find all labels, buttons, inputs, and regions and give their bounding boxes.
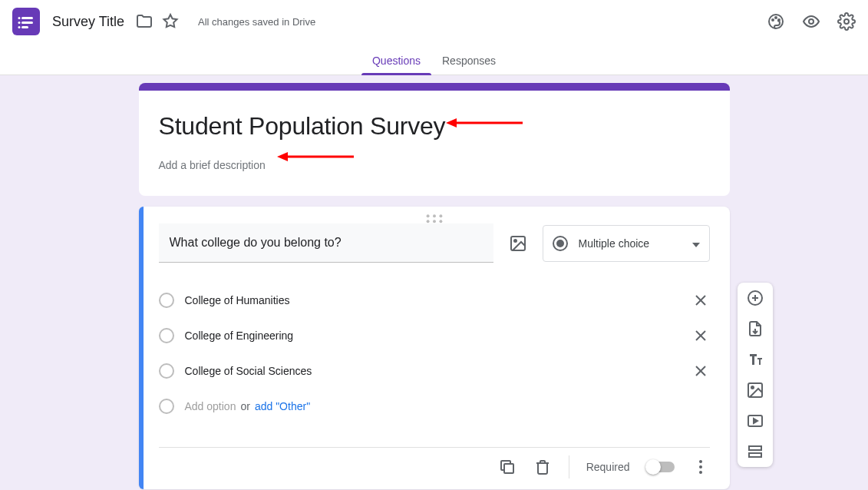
divider [569, 455, 569, 478]
more-options-icon[interactable] [691, 458, 710, 476]
add-section-icon[interactable] [746, 442, 764, 461]
annotation-arrow-icon [277, 149, 354, 164]
add-option-row: Add option or add "Other" [159, 389, 710, 424]
or-label: or [236, 400, 254, 412]
svg-point-19 [426, 220, 429, 223]
svg-point-17 [433, 214, 436, 217]
drag-handle-icon[interactable] [139, 207, 730, 223]
form-header-card[interactable]: Student Population Survey Add a brief de… [139, 83, 730, 196]
option-label[interactable]: College of Humanities [185, 294, 691, 306]
radio-icon [553, 236, 568, 251]
add-question-icon[interactable] [746, 289, 764, 307]
question-type-dropdown[interactable]: Multiple choice [543, 225, 710, 262]
svg-point-20 [433, 220, 436, 223]
svg-point-7 [772, 19, 774, 21]
svg-point-11 [844, 19, 849, 24]
option-row[interactable]: College of Engineering [159, 318, 710, 353]
required-toggle[interactable] [647, 462, 675, 472]
svg-point-10 [809, 19, 814, 24]
radio-icon [159, 293, 174, 308]
add-image-icon[interactable] [509, 234, 527, 253]
radio-icon [159, 399, 174, 414]
workspace: Student Population Survey Add a brief de… [0, 75, 868, 490]
svg-point-38 [751, 386, 754, 389]
add-title-icon[interactable] [746, 350, 764, 369]
svg-rect-30 [504, 464, 513, 473]
svg-rect-2 [21, 26, 28, 28]
remove-option-icon[interactable] [691, 291, 710, 310]
form-title[interactable]: Student Population Survey [159, 112, 710, 141]
svg-point-31 [699, 460, 702, 463]
svg-point-33 [699, 471, 702, 474]
forms-logo-icon [12, 8, 40, 35]
caret-down-icon [692, 237, 700, 250]
duplicate-icon[interactable] [498, 458, 517, 476]
option-label[interactable]: College of Social Sciences [185, 365, 691, 377]
question-card[interactable]: Multiple choice College of Humanities [139, 207, 730, 489]
settings-gear-icon[interactable] [837, 12, 856, 31]
svg-point-3 [18, 17, 21, 19]
svg-point-8 [775, 17, 777, 18]
radio-icon [159, 328, 174, 343]
tab-questions[interactable]: Questions [361, 55, 431, 74]
svg-point-4 [18, 22, 21, 24]
tab-bar: Questions Responses [0, 43, 868, 75]
svg-marker-13 [446, 118, 457, 127]
form-description[interactable]: Add a brief description [159, 159, 710, 171]
svg-rect-1 [21, 22, 33, 24]
tab-responses[interactable]: Responses [431, 55, 507, 74]
add-other-button[interactable]: add "Other" [255, 400, 310, 412]
question-footer: Required [159, 447, 710, 489]
svg-point-18 [439, 214, 442, 217]
add-video-icon[interactable] [746, 412, 764, 430]
document-title[interactable]: Survey Title [52, 14, 124, 30]
required-label: Required [586, 461, 630, 473]
side-toolbar [738, 283, 773, 467]
import-questions-icon[interactable] [746, 319, 764, 338]
svg-point-21 [439, 220, 442, 223]
svg-rect-40 [749, 446, 761, 450]
svg-point-16 [426, 214, 429, 217]
svg-point-32 [699, 465, 702, 468]
svg-rect-0 [21, 17, 33, 19]
svg-rect-41 [749, 453, 761, 457]
add-photo-icon[interactable] [746, 381, 764, 399]
option-row[interactable]: College of Humanities [159, 283, 710, 318]
radio-icon [159, 363, 174, 379]
option-row[interactable]: College of Social Sciences [159, 353, 710, 389]
preview-eye-icon[interactable] [802, 12, 820, 31]
delete-icon[interactable] [533, 458, 552, 476]
star-icon[interactable] [161, 12, 180, 31]
option-label[interactable]: College of Engineering [185, 329, 691, 342]
svg-point-23 [514, 240, 517, 242]
svg-marker-15 [277, 152, 288, 161]
remove-option-icon[interactable] [691, 326, 710, 345]
move-folder-icon[interactable] [135, 12, 153, 31]
annotation-arrow-icon [446, 115, 523, 131]
add-option-button[interactable]: Add option [185, 400, 236, 412]
remove-option-icon[interactable] [691, 362, 710, 380]
palette-icon[interactable] [767, 12, 785, 31]
question-text-input[interactable] [159, 223, 493, 263]
svg-point-5 [18, 26, 21, 28]
options-list: College of Humanities College of Enginee… [159, 283, 710, 424]
app-header: Survey Title All changes saved in Drive [0, 0, 868, 43]
question-type-label: Multiple choice [579, 237, 682, 250]
save-status: All changes saved in Drive [198, 16, 315, 28]
